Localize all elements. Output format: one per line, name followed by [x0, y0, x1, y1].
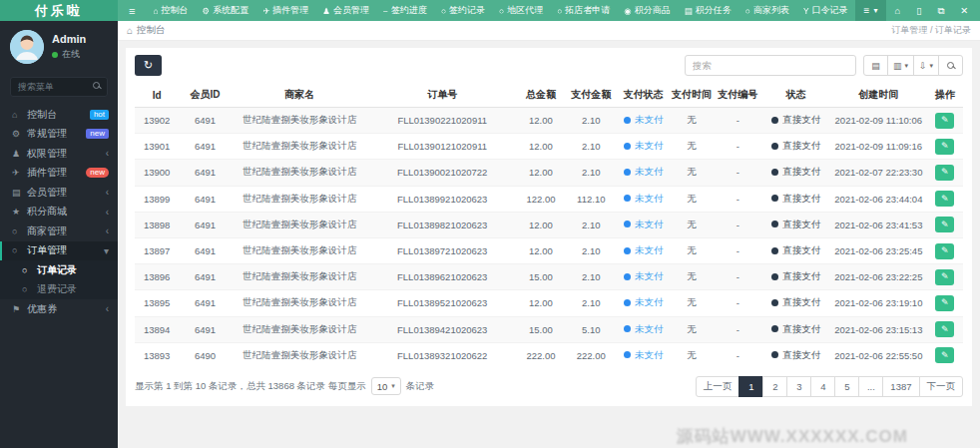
cell-created: 2021-02-09 11:09:16 — [830, 134, 927, 160]
order-status-badge: 直接支付 — [771, 193, 820, 204]
breadcrumb-home-label[interactable]: 控制台 — [137, 24, 166, 37]
cell-order_no: FLL01390021020722 — [368, 160, 517, 186]
cell-created: 2021-02-06 23:22:25 — [830, 264, 927, 290]
pagination-page-button[interactable]: 1387 — [882, 376, 919, 397]
topnav-item-10[interactable]: ○商家列表 — [738, 0, 796, 21]
sidebar-item-0[interactable]: ⌂控制台hot — [0, 105, 118, 125]
sidebar-item-5[interactable]: ★积分商城‹ — [0, 203, 118, 223]
chevron-icon: ‹ — [106, 207, 109, 218]
topnav-item-0[interactable]: ⌂控制台 — [146, 0, 195, 21]
cell-action: ✎ — [927, 134, 963, 160]
status-dot-icon — [624, 247, 631, 254]
topnav-item-5[interactable]: ○签约记录 — [434, 0, 492, 21]
tabs-dropdown-button[interactable]: ≡ ▾ — [855, 0, 887, 21]
chevron-icon: ‹ — [106, 303, 109, 314]
column-header: 商家名 — [232, 83, 368, 108]
search-button[interactable] — [938, 55, 963, 76]
topnav-item-11[interactable]: Y口令记录 — [796, 0, 855, 21]
trash-button[interactable]: ▯ — [908, 0, 929, 21]
topnav-item-9[interactable]: ▤积分任务 — [678, 0, 738, 21]
columns-button[interactable]: ▥▾ — [887, 55, 914, 76]
topnav-item-4[interactable]: −签约进度 — [376, 0, 434, 21]
refresh-button[interactable]: ↻ — [135, 55, 162, 76]
pagination-page-button[interactable]: 3 — [786, 376, 811, 397]
sidebar-item-7[interactable]: ○订单管理▾ — [0, 241, 118, 261]
gear-icon: ⚙ — [203, 6, 211, 16]
chevron-down-icon: ▾ — [391, 382, 395, 390]
pagination-page-button[interactable]: 5 — [834, 376, 859, 397]
hamburger-icon: ≡ — [129, 5, 135, 17]
edit-button[interactable]: ✎ — [935, 139, 954, 155]
dot-circle-icon: ◉ — [624, 6, 631, 16]
page-size-select[interactable]: 10 ▾ — [371, 377, 401, 395]
pagination-prev-button[interactable]: 上一页 — [696, 376, 740, 397]
pencil-icon: ✎ — [941, 220, 949, 229]
order-status-badge: 直接支付 — [771, 296, 820, 307]
order-status-label: 直接支付 — [782, 219, 820, 229]
search-icon — [93, 82, 100, 89]
sidebar-item-2[interactable]: ♟权限管理‹ — [0, 144, 118, 164]
card-view-button[interactable]: ▤ — [863, 55, 888, 76]
sidebar-item-3[interactable]: ✈插件管理new — [0, 164, 118, 184]
pencil-icon: ✎ — [941, 141, 949, 151]
edit-button[interactable]: ✎ — [935, 165, 954, 181]
copy-button[interactable]: ⧉ — [929, 0, 952, 21]
status-dot-icon — [771, 247, 778, 254]
sidebar-subitem-1[interactable]: ○退费记录 — [0, 280, 118, 300]
edit-button[interactable]: ✎ — [935, 243, 954, 259]
status-dot-icon — [771, 117, 778, 124]
topnav-item-2[interactable]: ✈插件管理 — [255, 0, 315, 21]
cell-paid: 222.00 — [565, 342, 617, 368]
payment-status-label: 未支付 — [635, 244, 664, 255]
edit-button[interactable]: ✎ — [935, 217, 954, 232]
cell-pay_no: - — [714, 212, 761, 237]
pagination-page-button[interactable]: 1 — [738, 376, 763, 397]
sidebar-toggle-button[interactable]: ≡ — [118, 0, 146, 21]
status-dot-icon — [624, 117, 631, 124]
sidebar-item-1[interactable]: ⚙常规管理new — [0, 125, 118, 145]
topnav-item-8[interactable]: ◉积分商品 — [617, 0, 677, 21]
topnav-item-3[interactable]: ♟会员管理 — [315, 0, 376, 21]
edit-button[interactable]: ✎ — [935, 269, 954, 285]
sidebar-item-label: 商家管理 — [27, 224, 106, 238]
cell-pay_status: 未支付 — [617, 237, 669, 263]
cell-total: 12.00 — [517, 134, 565, 160]
orders-panel: ↻ ▤▥▾⇩▾ Id会员ID商家名订单号总金额支付金额支付状态支付时间支付编号状… — [126, 48, 972, 406]
cell-id: 13900 — [135, 160, 179, 186]
pencil-icon: ✎ — [941, 115, 949, 125]
sidebar-item-label: 控制台 — [27, 108, 90, 122]
home-button[interactable]: ⌂ — [886, 0, 908, 21]
edit-button[interactable]: ✎ — [935, 191, 954, 207]
refresh-icon: ↻ — [144, 59, 153, 71]
cell-total: 12.00 — [517, 237, 565, 263]
edit-button[interactable]: ✎ — [935, 113, 954, 129]
pagination-next-button[interactable]: 下一页 — [919, 376, 964, 397]
order-status-badge: 直接支付 — [771, 166, 820, 177]
order-status-badge: 直接支付 — [771, 219, 820, 229]
edit-button[interactable]: ✎ — [935, 347, 954, 363]
payment-status-label: 未支付 — [635, 166, 664, 177]
export-button[interactable]: ⇩▾ — [913, 55, 939, 76]
topnav-item-6[interactable]: ○地区代理 — [492, 0, 550, 21]
pagination-page-button[interactable]: 4 — [810, 376, 835, 397]
topnav-item-7[interactable]: ○拓店者申请 — [550, 0, 617, 21]
cell-id: 13902 — [135, 108, 179, 134]
edit-button[interactable]: ✎ — [935, 321, 954, 337]
sidebar-item-8[interactable]: ⚑优惠券‹ — [0, 299, 118, 319]
order-status-label: 直接支付 — [782, 349, 820, 360]
cell-pay_no: - — [714, 264, 761, 290]
edit-button[interactable]: ✎ — [935, 295, 954, 311]
column-header: Id — [135, 83, 179, 108]
pagination-page-button[interactable]: 2 — [762, 376, 787, 397]
topnav-item-1[interactable]: ⚙系统配置 — [196, 0, 256, 21]
topnav-right: ≡ ▾ ⌂▯⧉✕ Admin ⚙ — [855, 0, 980, 21]
cell-created: 2021-02-06 23:25:45 — [830, 237, 927, 263]
sidebar-item-4[interactable]: ▤会员管理‹ — [0, 183, 118, 203]
cell-member: 6491 — [179, 160, 231, 186]
user-menu[interactable]: Admin — [976, 0, 980, 21]
close-button[interactable]: ✕ — [952, 0, 976, 21]
pencil-icon: ✎ — [941, 271, 949, 281]
table-search-input[interactable] — [685, 55, 856, 76]
sidebar-item-6[interactable]: ○商家管理‹ — [0, 222, 118, 241]
sidebar-subitem-0[interactable]: ○订单记录 — [0, 260, 118, 280]
